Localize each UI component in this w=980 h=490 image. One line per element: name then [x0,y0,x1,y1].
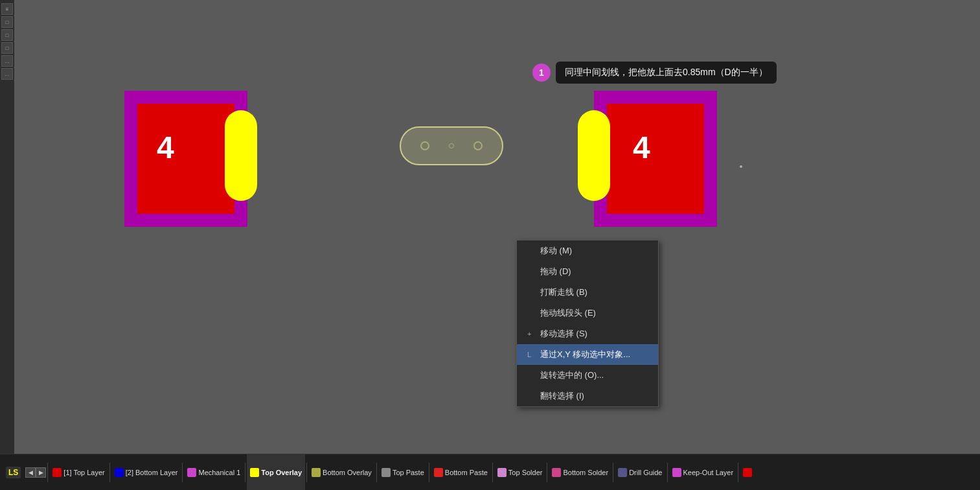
divider-6 [376,463,377,482]
layer-label-bottom-overlay: Bottom Overlay [323,469,372,476]
layer-mechanical[interactable]: Mechanical 1 [184,454,244,490]
layer-top-paste[interactable]: Top Paste [378,454,427,490]
sidebar-btn-1[interactable]: ≡ [1,3,13,15]
layer-top-overlay[interactable]: Top Overlay [247,454,305,490]
layer-label-top-overlay: Top Overlay [261,469,302,476]
nav-next-btn[interactable]: ▶ [36,467,46,478]
left-sidebar: ≡ □ □ □ … … [0,0,14,454]
layer-label-bottom-solder: Bottom Solder [563,469,608,476]
context-menu-label-rotate: 旋转选中的 (O)... [540,369,604,381]
layer-keepout[interactable]: Keep-Out Layer [669,454,737,490]
tooltip-text: 同理中间划线，把他放上面去0.85mm（D的一半） [556,62,777,84]
divider-1 [47,463,48,482]
layer-extra[interactable] [740,454,755,490]
layer-label-bottom-paste: Bottom Paste [445,469,488,476]
layer-label-mechanical: Mechanical 1 [198,469,240,476]
layer-color-bottom-paste [434,468,443,477]
ls-label: LS [6,467,21,478]
sidebar-btn-6[interactable]: … [1,68,13,80]
comp-dot-right [473,141,483,150]
divider-11 [667,463,668,482]
layer-drill-guide[interactable]: Drill Guide [615,454,665,490]
pad-number-left: 4 [157,130,174,165]
layer-label-drill-guide: Drill Guide [629,469,662,476]
nav-prev-btn[interactable]: ◀ [25,467,36,478]
layer-label-top-solder: Top Solder [508,469,543,476]
layer-bottom[interactable]: [2] Bottom Layer [111,454,181,490]
layer-color-bottom-overlay [312,468,321,477]
layer-color-bottom [115,468,124,477]
layer-label-bottom: [2] Bottom Layer [126,469,178,476]
divider-12 [738,463,738,482]
prefix-move-xy: L [527,351,536,358]
context-menu-label-drag: 拖动 (D) [540,266,571,277]
layer-label-top-paste: Top Paste [393,469,424,476]
layer-color-keepout [672,468,681,477]
divider-3 [182,463,183,482]
layer-bottom-overlay[interactable]: Bottom Overlay [308,454,375,490]
layer-color-bottom-solder [552,468,561,477]
pad-yellow-right [578,110,610,201]
layer-color-top-overlay [250,468,259,477]
center-component [400,126,503,165]
divider-4 [245,463,245,482]
comp-dot-left [420,141,429,150]
context-menu-label-move-xy: 通过X,Y 移动选中对象... [540,349,630,360]
layer-label-keepout: Keep-Out Layer [683,469,734,476]
layer-bottom-solder[interactable]: Bottom Solder [549,454,611,490]
sidebar-btn-2[interactable]: □ [1,16,13,28]
context-menu-item-move-sel[interactable]: + 移动选择 (S) [517,323,658,344]
layer-top-solder[interactable]: Top Solder [494,454,546,490]
comp-dot-center [449,143,454,148]
divider-5 [306,463,307,482]
context-menu-label-drag-end: 拖动线段头 (E) [540,307,596,319]
canvas-area: 1 同理中间划线，把他放上面去0.85mm（D的一半） 4 4 移动 (M) 拖… [14,0,980,454]
sidebar-btn-3[interactable]: □ [1,29,13,41]
layer-bottom-paste[interactable]: Bottom Paste [431,454,491,490]
layer-color-top [52,468,62,477]
pad-red-left [137,104,234,214]
context-menu-label-move-sel: 移动选择 (S) [540,328,587,340]
context-menu: 移动 (M) 拖动 (D) 打断走线 (B) 拖动线段头 (E) + 移动选择 … [516,240,659,407]
ls-label-item: LS [3,454,25,490]
context-menu-item-drag-end[interactable]: 拖动线段头 (E) [517,303,658,323]
divider-2 [109,463,110,482]
context-menu-item-rotate[interactable]: 旋转选中的 (O)... [517,365,658,386]
layer-color-extra [743,468,752,477]
context-menu-item-drag[interactable]: 拖动 (D) [517,261,658,282]
context-menu-label-break: 打断走线 (B) [540,286,587,298]
layer-color-drill-guide [618,468,627,477]
pad-red-right [607,104,704,214]
context-menu-item-flip[interactable]: 翻转选择 (I) [517,386,658,406]
divider-10 [613,463,613,482]
layer-label-top: [1] Top Layer [63,469,104,476]
pad-number-right: 4 [633,130,650,165]
context-menu-label-move: 移动 (M) [540,245,572,257]
divider-7 [429,463,429,482]
divider-8 [492,463,493,482]
prefix-move-sel: + [527,330,536,338]
tooltip-balloon: 1 同理中间划线，把他放上面去0.85mm（D的一半） [532,62,777,84]
layer-top[interactable]: [1] Top Layer [49,454,108,490]
context-menu-item-break[interactable]: 打断走线 (B) [517,282,658,303]
bottom-bar: LS ◀ ▶ [1] Top Layer [2] Bottom Layer Me… [0,454,980,490]
layer-color-top-paste [382,468,391,477]
canvas-dot [740,165,742,168]
context-menu-label-flip: 翻转选择 (I) [540,390,584,402]
tooltip-number: 1 [532,64,551,82]
sidebar-btn-5[interactable]: … [1,55,13,67]
pad-yellow-left [225,110,257,201]
sidebar-btn-4[interactable]: □ [1,42,13,54]
layer-color-top-solder [497,468,507,477]
context-menu-item-move-xy[interactable]: L 通过X,Y 移动选中对象... [517,344,658,365]
context-menu-item-move[interactable]: 移动 (M) [517,240,658,261]
layer-color-mechanical [187,468,196,477]
divider-9 [547,463,547,482]
